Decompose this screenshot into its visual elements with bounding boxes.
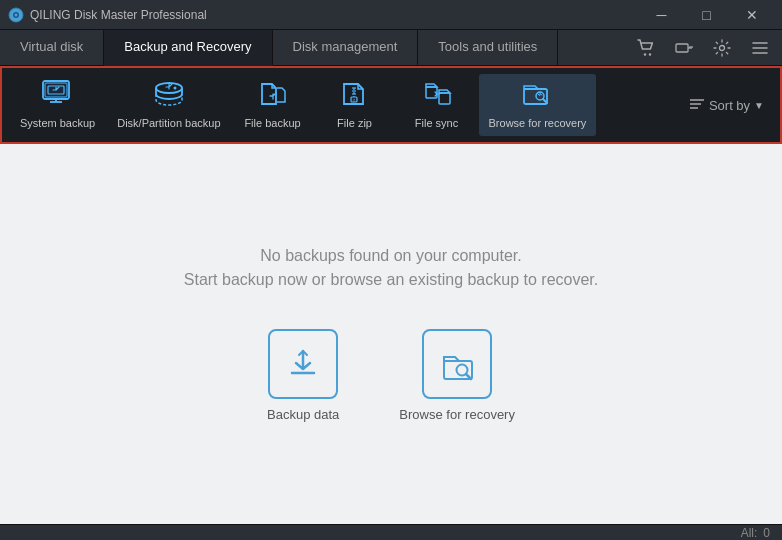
tab-tools-utilities[interactable]: Tools and utilities [418, 30, 558, 66]
file-sync-icon [421, 80, 453, 112]
menu-icon[interactable] [746, 34, 774, 62]
file-backup-icon [257, 80, 289, 112]
backup-data-button[interactable]: Backup data [267, 329, 339, 422]
file-zip-icon: Z [339, 80, 371, 112]
sub-tool-file-backup[interactable]: File backup [233, 74, 313, 136]
svg-point-2 [15, 13, 18, 16]
svg-rect-27 [439, 93, 450, 104]
sort-by-label: Sort by [709, 98, 750, 113]
settings-icon[interactable] [708, 34, 736, 62]
sub-tool-browse-recovery[interactable]: Browse for recovery [479, 74, 597, 136]
sub-toolbar: System backup Disk/Partition backup [0, 66, 782, 144]
status-bar-right: All: 0 [741, 526, 770, 540]
tab-virtual-disk[interactable]: Virtual disk [0, 30, 104, 66]
empty-line2: Start backup now or browse an existing b… [184, 271, 598, 289]
title-bar: QILING Disk Master Professional ─ □ ✕ [0, 0, 782, 30]
svg-point-4 [649, 53, 651, 55]
app-wrapper: QILING Disk Master Professional ─ □ ✕ Vi… [0, 0, 782, 540]
sort-by-button[interactable]: Sort by ▼ [689, 98, 772, 113]
system-backup-icon [42, 80, 74, 112]
backup-data-icon [268, 329, 338, 399]
key-icon[interactable] [670, 34, 698, 62]
browse-recovery-action-label: Browse for recovery [399, 407, 515, 422]
sort-icon [689, 98, 705, 112]
app-title: QILING Disk Master Professional [30, 8, 639, 22]
all-label: All: [741, 526, 758, 540]
file-zip-label: File zip [337, 116, 372, 130]
file-backup-label: File backup [244, 116, 300, 130]
app-icon [8, 7, 24, 23]
browse-recovery-icon [521, 80, 553, 112]
system-backup-label: System backup [20, 116, 95, 130]
svg-point-9 [720, 45, 725, 50]
empty-message: No backups found on your computer. Start… [184, 247, 598, 289]
window-controls: ─ □ ✕ [639, 0, 774, 30]
minimize-button[interactable]: ─ [639, 0, 684, 30]
browse-recovery-button[interactable]: Browse for recovery [399, 329, 515, 422]
sub-tool-file-sync[interactable]: File sync [397, 74, 477, 136]
disk-backup-icon [153, 80, 185, 112]
main-tab-bar: Virtual disk Backup and Recovery Disk ma… [0, 30, 782, 66]
restore-button[interactable]: □ [684, 0, 729, 30]
sub-tool-system-backup[interactable]: System backup [10, 74, 105, 136]
browse-recovery-label: Browse for recovery [489, 116, 587, 130]
svg-point-19 [173, 87, 176, 90]
empty-line1: No backups found on your computer. [184, 247, 598, 265]
disk-backup-label: Disk/Partition backup [117, 116, 220, 130]
file-sync-label: File sync [415, 116, 458, 130]
tab-disk-management[interactable]: Disk management [273, 30, 419, 66]
content-area: No backups found on your computer. Start… [0, 144, 782, 524]
cart-icon[interactable] [632, 34, 660, 62]
action-buttons: Backup data Browse for recovery [267, 329, 515, 422]
browse-recovery-action-icon [422, 329, 492, 399]
close-button[interactable]: ✕ [729, 0, 774, 30]
top-icon-bar [632, 34, 782, 62]
count-value: 0 [763, 526, 770, 540]
tab-backup-recovery[interactable]: Backup and Recovery [104, 30, 272, 66]
backup-data-label: Backup data [267, 407, 339, 422]
svg-point-3 [644, 53, 646, 55]
sort-chevron-icon: ▼ [754, 100, 764, 111]
svg-rect-5 [676, 44, 688, 52]
sub-tool-file-zip[interactable]: Z File zip [315, 74, 395, 136]
status-bar: All: 0 [0, 524, 782, 540]
sub-tool-disk-backup[interactable]: Disk/Partition backup [107, 74, 230, 136]
